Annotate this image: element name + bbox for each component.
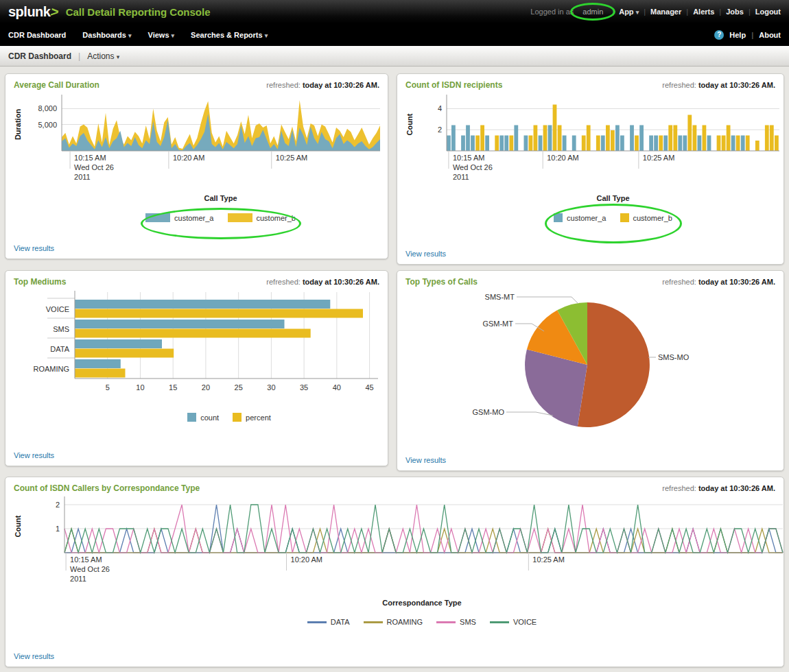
svg-text:GSM-MT: GSM-MT — [482, 320, 513, 328]
splunk-dashboard-page: splunk> Call Detail Reporting Console Lo… — [0, 0, 789, 667]
view-results-link[interactable]: View results — [405, 250, 446, 258]
help-icon: ? — [714, 30, 724, 40]
panel-top-mediums: Top Mediums refreshed: today at 10:30:26… — [5, 270, 388, 466]
refreshed-status: refreshed: today at 10:30:26 AM. — [662, 484, 775, 492]
svg-text:15: 15 — [169, 383, 177, 392]
pie-chart-top-types-of-calls: SMS-MOGSM-MOGSM-MTSMS-MT — [401, 288, 784, 449]
view-results-link[interactable]: View results — [14, 451, 54, 459]
svg-text:Wed Oct 26: Wed Oct 26 — [70, 565, 110, 573]
chevron-down-icon: ▾ — [117, 53, 120, 60]
svg-text:VOICE: VOICE — [46, 305, 69, 313]
legend-swatch — [187, 413, 196, 422]
legend-item-SMS: SMS — [436, 618, 476, 626]
refreshed-status: refreshed: today at 10:30:26 AM. — [266, 81, 379, 89]
panel-title: Average Call Duration — [14, 80, 99, 90]
refreshed-status: refreshed: today at 10:30:26 AM. — [662, 278, 775, 286]
bar-chart-isdn-recipients: 2410:15 AMWed Oct 26201110:20 AM10:25 AM… — [401, 91, 784, 182]
panel-count-isdn-recipients: Count of ISDN recipients refreshed: toda… — [397, 73, 784, 265]
legend-item-count: count — [187, 413, 219, 422]
chevron-down-icon: ▾ — [172, 32, 175, 39]
chevron-down-icon: ▾ — [265, 32, 268, 39]
separator: | — [719, 8, 721, 16]
svg-text:10: 10 — [136, 383, 144, 392]
logout-link[interactable]: Logout — [755, 8, 781, 16]
about-link[interactable]: About — [759, 31, 781, 39]
nav-searches-reports-menu[interactable]: Searches & Reports ▾ — [191, 31, 268, 39]
legend-item-percent: percent — [233, 413, 271, 422]
separator: | — [751, 31, 753, 39]
view-results-link[interactable]: View results — [14, 244, 54, 252]
panel-average-call-duration: Average Call Duration refreshed: today a… — [5, 73, 388, 259]
svg-text:30: 30 — [267, 383, 275, 392]
view-results-link[interactable]: View results — [14, 652, 54, 660]
nav-views-menu[interactable]: Views ▾ — [148, 31, 175, 39]
svg-text:10:25 AM: 10:25 AM — [532, 555, 564, 564]
dashboard-row-2: Top Mediums refreshed: today at 10:30:26… — [5, 270, 784, 471]
legend-swatch — [620, 213, 629, 222]
actions-menu[interactable]: Actions ▾ — [87, 51, 119, 61]
chevron-down-icon: ▾ — [636, 9, 639, 16]
app-menubar: CDR Dashboard Dashboards ▾ Views ▾ Searc… — [0, 23, 789, 46]
jobs-link[interactable]: Jobs — [726, 8, 744, 16]
svg-text:ROAMING: ROAMING — [33, 365, 69, 373]
topbar-user-menu: Logged in as admin | App ▾ | Manager | A… — [530, 8, 781, 16]
nav-dashboards-menu[interactable]: Dashboards ▾ — [82, 31, 131, 39]
svg-text:10:25 AM: 10:25 AM — [276, 154, 307, 162]
help-link[interactable]: Help — [729, 31, 746, 39]
legend-item-DATA: DATA — [307, 618, 350, 626]
legend-swatch — [307, 621, 327, 623]
svg-text:2: 2 — [438, 125, 442, 134]
svg-text:10:20 AM: 10:20 AM — [547, 154, 578, 162]
panel-top-types-of-calls: Top Types of Calls refreshed: today at 1… — [397, 270, 784, 471]
splunk-logo[interactable]: splunk> — [8, 4, 59, 20]
svg-text:10:15 AM: 10:15 AM — [453, 154, 484, 162]
separator: | — [78, 51, 80, 61]
panel-header: Count of ISDN Callers by Correspondance … — [5, 477, 784, 494]
svg-text:GSM-MO: GSM-MO — [473, 408, 505, 416]
chart-legend: Correspondance TypeDATAROAMINGSMSVOICE — [60, 599, 784, 626]
dashboard-row-3: Count of ISDN Callers by Correspondance … — [5, 477, 784, 667]
legend-item-VOICE: VOICE — [490, 618, 537, 626]
view-results-link[interactable]: View results — [405, 456, 446, 464]
legend-items: countpercent — [71, 413, 388, 422]
legend-swatch — [364, 621, 383, 623]
legend-title: Correspondance Type — [60, 599, 784, 607]
svg-text:10:20 AM: 10:20 AM — [173, 154, 204, 162]
dashboard-body: Average Call Duration refreshed: today a… — [0, 67, 789, 667]
username: admin — [582, 8, 603, 16]
svg-text:2011: 2011 — [453, 173, 469, 181]
svg-text:8,000: 8,000 — [38, 104, 57, 112]
breadcrumb-title: CDR Dashboard — [8, 51, 71, 61]
separator: | — [644, 8, 646, 16]
logged-in-label: Logged in as — [530, 8, 574, 16]
panel-header: Top Types of Calls refreshed: today at 1… — [397, 271, 784, 288]
alerts-link[interactable]: Alerts — [693, 8, 714, 16]
svg-text:4: 4 — [438, 104, 442, 112]
panel-title: Top Mediums — [14, 277, 66, 287]
svg-text:Count: Count — [405, 113, 414, 135]
chart-legend: countpercent — [71, 413, 388, 422]
legend-item-customer_b: customer_b — [228, 213, 296, 222]
app-header: splunk> Call Detail Reporting Console Lo… — [0, 0, 789, 23]
svg-text:25: 25 — [235, 383, 243, 392]
refreshed-status: refreshed: today at 10:30:26 AM. — [662, 81, 775, 89]
panel-header: Average Call Duration refreshed: today a… — [5, 74, 388, 91]
svg-text:1: 1 — [56, 525, 60, 533]
svg-text:SMS: SMS — [53, 325, 69, 333]
menubar-left: CDR Dashboard Dashboards ▾ Views ▾ Searc… — [8, 31, 268, 39]
annotation-circle-legend — [545, 204, 682, 243]
area-chart-average-call-duration: 5,0008,00010:15 AMWed Oct 26201110:20 AM… — [10, 91, 388, 182]
legend-swatch — [490, 621, 509, 623]
app-menu[interactable]: App ▾ — [619, 8, 639, 16]
panel-header: Count of ISDN recipients refreshed: toda… — [397, 74, 784, 91]
svg-text:5,000: 5,000 — [38, 121, 57, 129]
manager-link[interactable]: Manager — [650, 8, 681, 16]
nav-cdr-dashboard[interactable]: CDR Dashboard — [8, 31, 66, 39]
splunk-logo-caret-icon: > — [49, 4, 60, 20]
legend-swatch — [436, 621, 456, 623]
legend-title: Call Type — [54, 194, 388, 202]
annotation-circle-legend — [141, 208, 301, 239]
panel-title: Count of ISDN Callers by Correspondance … — [14, 483, 200, 493]
legend-items: DATAROAMINGSMSVOICE — [60, 618, 784, 626]
svg-text:Wed Oct 26: Wed Oct 26 — [453, 163, 493, 171]
